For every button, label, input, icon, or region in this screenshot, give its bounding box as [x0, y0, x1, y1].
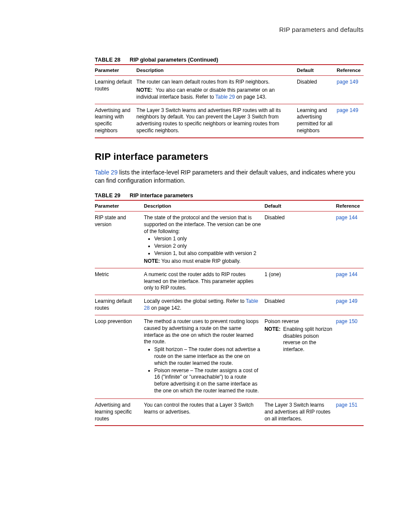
t28-r0-desc: The router can learn default routes from…: [137, 76, 297, 104]
table28-caption: TABLE 28 RIP global parameters (Continue…: [95, 57, 364, 63]
table-row: RIP state and version The state of the p…: [95, 211, 364, 268]
t28-r0-param: Learning default routes: [95, 76, 137, 104]
link-table29-intro[interactable]: Table 29: [95, 169, 118, 176]
running-head: RIP parameters and defaults: [95, 26, 364, 33]
list-item: Split horizon – The router does not adve…: [154, 346, 261, 367]
t29-r0-note-text: You also must enable RIP globally.: [161, 258, 240, 264]
t29-r4-default: The Layer 3 Switch learns and advertises…: [265, 398, 336, 426]
table-row: Advertising and learning with specific n…: [95, 104, 364, 138]
t29-r4-desc: You can control the routes that a Layer …: [144, 398, 265, 426]
table-row: Metric A numeric cost the router adds to…: [95, 268, 364, 295]
table28-h-parameter: Parameter: [95, 65, 137, 76]
link-page-144-2[interactable]: page 144: [336, 271, 358, 277]
table29-title: RIP interface parameters: [130, 193, 193, 199]
table28-header-row: Parameter Description Default Reference: [95, 65, 364, 76]
table29-label: TABLE 29: [95, 193, 121, 199]
t29-r1-default: 1 (one): [265, 268, 336, 295]
section-heading-rip-interface-parameters: RIP interface parameters: [95, 151, 364, 162]
note-label: NOTE:: [137, 87, 153, 93]
t29-r3-default: Poison reverse NOTE: Enabling split hori…: [265, 315, 336, 398]
t28-r0-note-text2: on page 143.: [235, 94, 266, 100]
table29-caption: TABLE 29 RIP interface parameters: [95, 193, 364, 199]
list-item: Version 2 only: [154, 243, 261, 250]
link-page-144[interactable]: page 144: [336, 215, 358, 221]
t29-r1-param: Metric: [95, 268, 144, 295]
table-row: Learning default routes Locally override…: [95, 295, 364, 315]
link-page-150[interactable]: page 150: [336, 318, 358, 324]
link-page-151[interactable]: page 151: [336, 402, 358, 408]
table-row: Advertising and learning specific routes…: [95, 398, 364, 426]
table28-title: RIP global parameters (Continued): [130, 57, 218, 63]
t29-r4-param: Advertising and learning specific routes: [95, 398, 144, 426]
t29-r2-param: Learning default routes: [95, 295, 144, 315]
link-page-149-3[interactable]: page 149: [336, 298, 358, 304]
t29-r1-desc: A numeric cost the router adds to RIP ro…: [144, 268, 265, 295]
link-page-149[interactable]: page 149: [337, 79, 358, 85]
t29-r0-desc-main: The state of the protocol and the versio…: [144, 215, 261, 234]
table28-h-reference: Reference: [337, 65, 364, 76]
table29-h-parameter: Parameter: [95, 200, 144, 212]
t28-r1-param: Advertising and learning with specific n…: [95, 104, 137, 138]
t28-r1-default: Learning and advertising permitted for a…: [297, 104, 337, 138]
table28-label: TABLE 28: [95, 57, 121, 63]
list-item: Version 1 only: [154, 236, 261, 243]
t28-r0-default: Disabled: [297, 76, 337, 104]
table29: Parameter Description Default Reference …: [95, 200, 364, 426]
table29-h-reference: Reference: [336, 200, 364, 212]
t29-r3-param: Loop prevention: [95, 315, 144, 398]
list-item: Version 1, but also compatible with vers…: [154, 250, 261, 257]
table28-h-description: Description: [137, 65, 297, 76]
t29-r2-desc-pre: Locally overrides the global setting. Re…: [144, 298, 246, 304]
note-label: NOTE:: [144, 258, 160, 264]
link-page-149-2[interactable]: page 149: [337, 107, 358, 113]
t29-r3-default-note: Enabling split horizon disables poison r…: [283, 326, 333, 353]
table28: Parameter Description Default Reference …: [95, 64, 364, 138]
t29-r3-desc-main: The method a router uses to prevent rout…: [144, 318, 258, 345]
t29-r3-bullets: Split horizon – The router does not adve…: [144, 346, 261, 395]
t29-r3-desc: The method a router uses to prevent rout…: [144, 315, 265, 398]
t29-r0-desc: The state of the protocol and the versio…: [144, 211, 265, 268]
t29-r0-bullets: Version 1 only Version 2 only Version 1,…: [144, 236, 261, 257]
note-label: NOTE:: [265, 326, 280, 353]
t29-r3-default-main: Poison reverse: [265, 318, 299, 324]
section-intro: Table 29 lists the interface-level RIP p…: [95, 168, 364, 185]
section-intro-rest: lists the interface-level RIP parameters…: [95, 169, 355, 184]
t29-r2-desc: Locally overrides the global setting. Re…: [144, 295, 265, 315]
list-item: Poison reverse – The router assigns a co…: [154, 367, 261, 395]
table29-h-default: Default: [265, 200, 336, 212]
table29-h-description: Description: [144, 200, 265, 212]
t29-r2-desc-post: on page 142.: [149, 305, 181, 311]
t29-r0-default: Disabled: [265, 211, 336, 268]
t28-r0-desc-main: The router can learn default routes from…: [137, 79, 270, 85]
table29-header-row: Parameter Description Default Reference: [95, 200, 364, 212]
link-table29[interactable]: Table 29: [215, 94, 235, 100]
t28-r1-desc: The Layer 3 Switch learns and advertises…: [137, 104, 297, 138]
table28-h-default: Default: [297, 65, 337, 76]
t29-r2-default: Disabled: [265, 295, 336, 315]
t29-r0-param: RIP state and version: [95, 211, 144, 268]
table-row: Loop prevention The method a router uses…: [95, 315, 364, 398]
table-row: Learning default routes The router can l…: [95, 76, 364, 104]
